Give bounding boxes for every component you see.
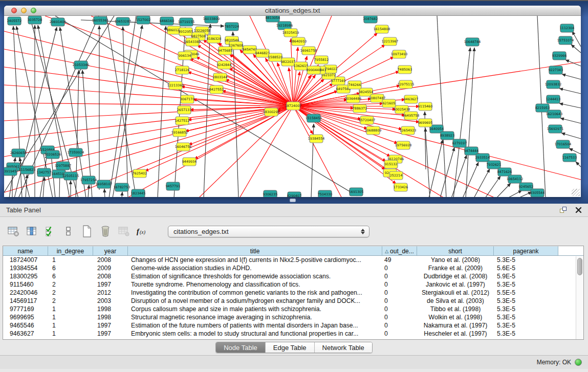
- table-cell: 5.5E-5: [494, 289, 558, 297]
- table-row[interactable]: 946362711997Embryonic stem cells: a mode…: [3, 330, 583, 338]
- table-cell: 22420046: [3, 289, 48, 297]
- table-cell: 1: [48, 313, 93, 321]
- table-cell: 2003: [93, 297, 128, 305]
- table-cell: 5.3E-5: [494, 313, 558, 321]
- table-row[interactable]: 1456911722003Disruption of a novel membe…: [3, 297, 583, 305]
- select-rows-icon[interactable]: [43, 225, 57, 238]
- table-cell: Disruption of a novel member of a sodium…: [128, 297, 382, 305]
- table-row[interactable]: 2242004622012Investigating the contribut…: [3, 289, 583, 297]
- memory-status-icon[interactable]: [575, 359, 582, 366]
- graph-node-label: 20691406: [50, 20, 67, 24]
- table-row[interactable]: 1938455462009Genome-wide association stu…: [3, 264, 583, 272]
- merge-rows-icon[interactable]: [61, 225, 76, 238]
- window-resize-grip[interactable]: [572, 189, 580, 196]
- graph-node-label: 996134: [179, 54, 191, 58]
- minimize-window-icon[interactable]: [21, 8, 27, 13]
- select-columns-icon[interactable]: [25, 225, 39, 238]
- column-header-short[interactable]: short: [417, 246, 494, 255]
- graph-node-label: 3824554: [359, 90, 373, 94]
- graph-node-label: 7932621: [487, 163, 501, 167]
- graph-node-label: 2933514: [475, 156, 490, 160]
- tab-node-table[interactable]: Node Table: [216, 342, 266, 353]
- table-cell: Corpus callosum shape and size in male p…: [128, 305, 382, 313]
- graph-node-label: 10688809: [365, 128, 382, 133]
- table-mode-icon[interactable]: [6, 225, 20, 238]
- delete-column-icon[interactable]: [98, 225, 113, 238]
- graph-node-label: 9115460: [418, 104, 432, 108]
- table-scrollbar-thumb[interactable]: [577, 258, 582, 275]
- table-cell: 5.3E-5: [494, 305, 558, 313]
- table-cell: 19384554: [3, 264, 48, 272]
- table-row[interactable]: 946554611997Estimation of the future num…: [3, 321, 583, 330]
- float-panel-icon[interactable]: [560, 207, 567, 214]
- table-cell: 18300295: [3, 272, 48, 280]
- table-selector-dropdown[interactable]: citations_edges.txt: [168, 226, 369, 237]
- table-cell: 6: [48, 272, 93, 280]
- graph-node-label: 9699695: [418, 121, 432, 125]
- table-cell: Nakamura et al. (1997): [417, 321, 494, 330]
- graph-node-label: 12505115: [62, 174, 79, 178]
- table-scrollbar[interactable]: [576, 256, 583, 339]
- tab-network-table[interactable]: Network Table: [315, 342, 372, 353]
- table-cell: 1997: [93, 321, 128, 330]
- window-titlebar[interactable]: citations_edges.txt: [4, 6, 581, 16]
- status-bar: Memory: OK: [0, 355, 588, 369]
- table-cell: 9465546: [3, 321, 48, 330]
- function-builder-icon[interactable]: f (x): [135, 225, 149, 238]
- graph-node-label: 17957254: [80, 178, 97, 182]
- graph-node-label: 2718126: [175, 68, 189, 72]
- column-header-title[interactable]: title: [128, 246, 382, 255]
- graph-node-label: 1342757: [37, 170, 51, 174]
- table-cell: Yano et al. (2008): [417, 256, 494, 264]
- close-window-icon[interactable]: [11, 8, 17, 13]
- graph-node-label: 9463627: [404, 97, 418, 101]
- table-cell: 1: [48, 330, 93, 338]
- graph-node-label: 26495758: [403, 114, 420, 118]
- column-header-in_degree[interactable]: in_degree: [48, 246, 93, 255]
- graph-node-label: 9245652: [519, 185, 533, 189]
- table-cell: 0: [382, 280, 417, 289]
- table-cell: Investigating the contribution of common…: [128, 289, 382, 297]
- graph-node-label: 17016504: [555, 142, 572, 146]
- graph-node-label: 8471626: [497, 170, 512, 174]
- table-cell: Dudbridge et al. (2008): [417, 272, 494, 280]
- table-row[interactable]: 977716911998Corpus callosum shape and si…: [3, 305, 583, 313]
- table-cell: 5.3E-5: [494, 280, 558, 289]
- table-row[interactable]: 969969511998Structural magnetic resonanc…: [3, 313, 583, 321]
- create-column-icon[interactable]: [80, 225, 94, 238]
- column-header-name[interactable]: name: [3, 246, 48, 255]
- table-cell: 2008: [93, 272, 128, 280]
- network-canvas[interactable]: 2405572303572820691406160553611065328715…: [4, 16, 581, 197]
- table-cell: 2012: [93, 289, 128, 297]
- table-cell: Wolkin et al. (1998): [417, 313, 494, 321]
- table-toolbar: f (x) citations_edges.txt: [0, 217, 588, 246]
- graph-node-label: 9474444: [464, 149, 478, 153]
- zoom-window-icon[interactable]: [31, 8, 36, 13]
- attribute-table: namein_degreeyeartitle△out_de...shortpag…: [3, 246, 584, 340]
- table-cell: Tibbo et al. (1998): [417, 305, 494, 313]
- column-header-pagerank[interactable]: pagerank: [494, 246, 558, 255]
- tab-edge-table[interactable]: Edge Table: [266, 342, 315, 353]
- split-pane-handle[interactable]: [290, 199, 296, 202]
- column-header-year[interactable]: year: [93, 246, 128, 255]
- graph-node-label: 391945: [4, 169, 16, 173]
- close-panel-icon[interactable]: [575, 207, 582, 213]
- table-cell: 5.6E-5: [494, 264, 558, 272]
- column-header-out_de[interactable]: △out_de...: [382, 246, 417, 255]
- graph-node-label: 32975887: [55, 164, 72, 168]
- graph-node-label: 7485063: [398, 68, 412, 72]
- graph-node-label: 6466160: [160, 19, 174, 23]
- graph-node-label: 12093832: [545, 82, 562, 86]
- graph-node-label: 8912955: [179, 30, 193, 34]
- graph-node-label: 16046756: [175, 145, 192, 149]
- table-cell: 2009: [93, 264, 128, 272]
- table-row[interactable]: 1830029562008Estimation of significance …: [3, 272, 583, 280]
- table-cell: 1997: [93, 330, 128, 338]
- graph-node-label: 9449934: [182, 160, 197, 164]
- table-row[interactable]: 1872400712008Changes of HCN gene express…: [3, 256, 583, 264]
- graph-node-label: 8938923: [440, 134, 454, 138]
- graph-node-label: 7857224: [225, 25, 239, 29]
- table-row[interactable]: 911546021997Tourette syndrome. Phenomeno…: [3, 280, 583, 289]
- graph-node-label: 2405572: [7, 19, 21, 23]
- graph-node-label: 12654923: [400, 128, 417, 133]
